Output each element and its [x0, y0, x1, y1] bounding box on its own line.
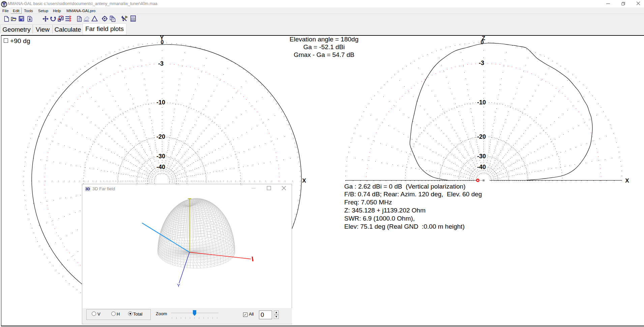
svg-text:-20: -20 [156, 133, 165, 140]
svg-text:-10: -10 [477, 99, 486, 106]
svg-text:0: 0 [161, 39, 164, 45]
svg-text:-40: -40 [156, 164, 165, 170]
svg-text:-3: -3 [479, 60, 484, 66]
svg-text:-3: -3 [158, 60, 164, 67]
svg-text:X: X [302, 177, 306, 184]
svg-text:-20: -20 [477, 133, 486, 140]
svg-text:-10: -10 [156, 99, 165, 106]
svg-text:-30: -30 [477, 153, 486, 160]
svg-text:-30: -30 [156, 153, 165, 160]
svg-text:X: X [625, 177, 629, 184]
svg-text:Y: Y [177, 283, 180, 288]
svg-text:-40: -40 [477, 164, 486, 170]
svg-text:0: 0 [481, 39, 484, 45]
